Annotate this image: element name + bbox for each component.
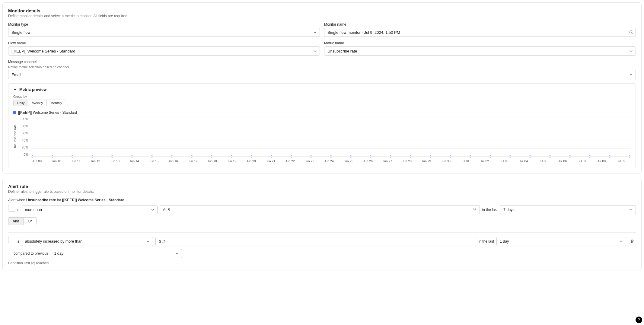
y-axis-ticks: 100%80%60%40%20%0% — [19, 117, 30, 156]
threshold-input-1[interactable]: 0.5 % — [160, 205, 480, 214]
metric-preview-toggle[interactable]: Metric preview — [13, 87, 631, 92]
x-tick: Jun 21 — [261, 159, 280, 163]
chart-plot — [31, 117, 631, 156]
group-by-daily[interactable]: Daily — [14, 100, 28, 106]
flow-name-select[interactable]: [[KEEP]] Welcome Series - Standard — [8, 46, 320, 56]
x-tick: Jun 26 — [358, 159, 378, 163]
in-last-label-2: in the last — [479, 239, 494, 244]
flow-name-label: Flow name — [8, 41, 320, 45]
legend-swatch-icon — [13, 111, 16, 114]
monitor-name-input[interactable]: Single flow monitor - Jul 9, 2024, 1:50 … — [324, 28, 636, 37]
condition-indent-icon — [8, 236, 15, 243]
group-by-weekly[interactable]: Weekly — [28, 100, 46, 106]
y-tick: 40% — [20, 139, 28, 142]
x-tick: Jun 11 — [66, 159, 86, 163]
y-tick: 0% — [20, 153, 28, 156]
x-tick: Jun 16 — [164, 159, 183, 163]
gridline — [31, 133, 631, 133]
alert-rule-title: Alert rule — [8, 184, 636, 189]
alert-when-target: [[KEEP]] Welcome Series - Standard — [62, 198, 125, 202]
and-or-toggle: AndOr — [8, 217, 37, 225]
alert-rule-subtitle: Define rules to trigger alerts based on … — [8, 190, 636, 194]
monitor-type-select[interactable]: Single flow — [8, 28, 320, 37]
y-axis-label: Unsubscribe rate — [13, 117, 17, 156]
period-value-2: 1 day — [500, 239, 509, 244]
x-tick: Jun 15 — [144, 159, 164, 163]
delete-icon[interactable] — [629, 238, 636, 245]
condition-2-row: is absolutely increased by more than 0.2… — [8, 237, 636, 246]
monitor-type-label: Monitor type — [8, 22, 320, 27]
clear-icon[interactable] — [629, 30, 633, 34]
x-tick: Jun 28 — [397, 159, 417, 163]
group-by-monthly[interactable]: Monthly — [46, 100, 66, 106]
gridline — [31, 125, 631, 125]
condition-indent-icon — [8, 204, 15, 212]
condition-2-compared-row: compared to previous 1 day — [14, 249, 636, 258]
y-tick: 100% — [20, 117, 28, 121]
period-value-1: 7 days — [503, 208, 515, 212]
x-axis-ticks: Jun 09Jun 10Jun 11Jun 12Jun 13Jun 14Jun … — [27, 159, 631, 163]
monitor-details-subtitle: Define monitor details and select a metr… — [8, 14, 636, 18]
chart-area: Unsubscribe rate 100%80%60%40%20%0% — [13, 117, 631, 156]
x-tick: Jun 23 — [300, 159, 319, 163]
x-tick: Jul 04 — [514, 159, 534, 163]
condition-1-row: is more than 0.5 % in the last 7 days — [8, 205, 636, 214]
comparator-select-2[interactable]: absolutely increased by more than — [22, 237, 153, 246]
condition-limit-text: Condition limit (2) reached — [8, 261, 636, 265]
comparator-value-1: more than — [25, 208, 42, 212]
gridline — [31, 156, 631, 157]
x-tick: Jul 08 — [592, 159, 611, 163]
threshold-value-2: 0.2 — [159, 239, 166, 244]
x-tick: Jul 06 — [553, 159, 572, 163]
x-tick: Jul 05 — [533, 159, 553, 163]
metric-name-select[interactable]: Unsubscribe rate — [324, 46, 636, 56]
y-tick: 60% — [20, 131, 28, 135]
legend-label: [[KEEP]] Welcome Series - Standard — [18, 110, 77, 115]
message-channel-value: Email — [11, 72, 21, 77]
flow-name-value: [[KEEP]] Welcome Series - Standard — [11, 49, 75, 53]
metric-name-label: Metric name — [324, 41, 636, 45]
period-select-1[interactable]: 7 days — [500, 205, 636, 214]
is-label: is — [17, 208, 19, 212]
period-select-2[interactable]: 1 day — [496, 237, 626, 246]
monitor-details-panel: Monitor details Define monitor details a… — [2, 2, 642, 174]
comparator-value-2: absolutely increased by more than — [25, 239, 82, 244]
y-tick: 20% — [20, 145, 28, 149]
monitor-details-title: Monitor details — [8, 8, 636, 13]
alert-rule-panel: Alert rule Define rules to trigger alert… — [2, 178, 642, 270]
x-tick: Jul 02 — [475, 159, 495, 163]
divider — [8, 232, 636, 233]
alert-when-line: Alert when Unsubscribe rate for [[KEEP]]… — [8, 198, 636, 202]
x-tick: Jun 13 — [105, 159, 125, 163]
threshold-unit-1: % — [473, 208, 477, 212]
x-tick: Jun 20 — [241, 159, 261, 163]
x-tick: Jun 27 — [378, 159, 397, 163]
x-tick: Jul 01 — [455, 159, 475, 163]
chart-legend: [[KEEP]] Welcome Series - Standard — [13, 110, 631, 115]
threshold-input-2[interactable]: 0.2 — [155, 237, 476, 246]
andor-or[interactable]: Or — [23, 218, 36, 225]
metric-preview-box: Metric preview Group by DailyWeeklyMonth… — [8, 83, 636, 168]
chevron-up-icon — [13, 88, 17, 91]
x-tick: Jul 09 — [611, 159, 631, 163]
metric-preview-title: Metric preview — [19, 87, 46, 92]
monitor-name-label: Monitor name — [324, 22, 636, 27]
x-tick: Jun 19 — [222, 159, 241, 163]
in-last-label-1: in the last — [482, 208, 498, 212]
message-channel-label: Message channel — [8, 60, 636, 64]
x-tick: Jul 07 — [572, 159, 592, 163]
andor-and[interactable]: And — [8, 218, 23, 225]
gridline — [31, 141, 631, 141]
x-tick: Jun 18 — [202, 159, 222, 163]
monitor-name-value: Single flow monitor - Jul 9, 2024, 1:50 … — [327, 30, 400, 35]
compared-period-select[interactable]: 1 day — [51, 249, 182, 258]
x-tick: Jun 22 — [280, 159, 300, 163]
x-tick: Jun 25 — [339, 159, 358, 163]
message-channel-select[interactable]: Email — [8, 70, 636, 79]
y-tick: 80% — [20, 124, 28, 128]
message-channel-help: Refine metric selection based on channel… — [8, 65, 636, 69]
monitor-type-value: Single flow — [11, 30, 30, 35]
comparator-select-1[interactable]: more than — [22, 205, 158, 214]
alert-when-metric: Unsubscribe rate — [26, 198, 56, 202]
metric-name-value: Unsubscribe rate — [327, 49, 357, 53]
